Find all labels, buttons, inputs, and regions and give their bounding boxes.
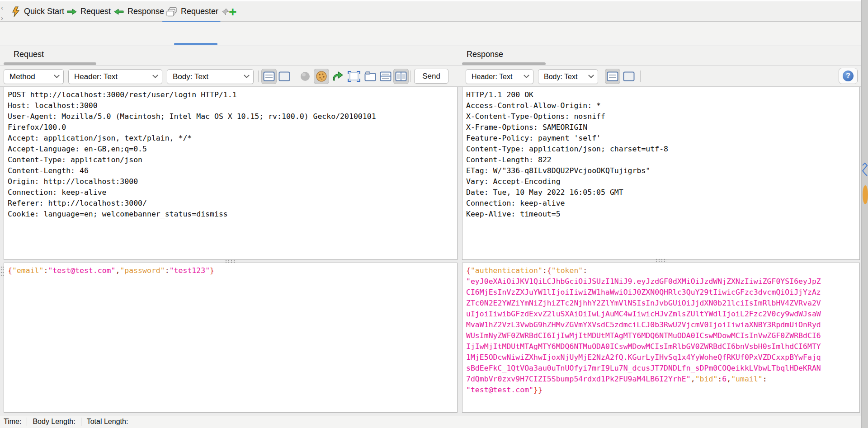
- request-title-underline: [4, 62, 96, 65]
- request-panel-title: Request: [14, 50, 44, 59]
- scroll-left-icon[interactable]: ‹: [1, 4, 8, 11]
- tab-requester[interactable]: Requester: [166, 1, 229, 22]
- headers-pane-icon: [263, 71, 275, 81]
- green-redo-arrow-icon: [331, 71, 344, 82]
- arrow-right-icon: [67, 8, 77, 15]
- window-columns-icon: [395, 71, 407, 81]
- status-separator: [81, 418, 81, 426]
- response-body-view[interactable]: {"authentication":{"token":"eyJ0eXAiOiJK…: [462, 263, 860, 413]
- body-pane-icon: [623, 71, 635, 81]
- orange-marker-icon: [862, 184, 868, 205]
- redirect-follow-button[interactable]: [330, 69, 345, 84]
- layout-side-by-side-button[interactable]: [393, 69, 409, 84]
- scroll-right-icon[interactable]: ›: [1, 14, 8, 21]
- method-dropdown[interactable]: Method: [4, 69, 64, 84]
- arrow-left-icon: [114, 8, 124, 15]
- toolbar-separator: [640, 71, 641, 82]
- plus-icon: +: [229, 5, 237, 19]
- toolbar-separator: [295, 71, 295, 82]
- response-header-format-dropdown[interactable]: Header: Text: [466, 69, 533, 84]
- tab-scroll-arrows[interactable]: ‹ ›: [1, 4, 8, 21]
- blue-squiggle-icon: [862, 162, 868, 180]
- cookies-button[interactable]: [314, 69, 329, 84]
- body-pane-icon: [278, 71, 290, 81]
- toggle-request-body-button[interactable]: [277, 69, 292, 84]
- response-title-underline: [462, 62, 546, 65]
- layout-stacked-panes-button[interactable]: [378, 69, 393, 84]
- response-splitter-handle[interactable]: [655, 259, 667, 262]
- response-body-format-dropdown[interactable]: Body: Text: [538, 69, 598, 84]
- panel-title-row: [0, 46, 868, 66]
- chevron-down-icon: [244, 72, 250, 78]
- lightning-icon: [11, 6, 20, 17]
- add-app-tab-button[interactable]: +: [229, 1, 237, 22]
- help-icon: ?: [843, 71, 854, 81]
- status-separator: [27, 418, 27, 426]
- help-button[interactable]: ?: [839, 68, 858, 84]
- request-body-format-value: Body: Text: [173, 72, 208, 81]
- response-body-format-value: Body: Text: [544, 73, 577, 81]
- tab-request-label: Request: [80, 7, 111, 16]
- send-button[interactable]: Send: [414, 69, 448, 84]
- window-stack-icon: [166, 7, 177, 17]
- active-session-tab-indicator: [174, 43, 217, 45]
- toggle-request-headers-button[interactable]: [261, 69, 277, 84]
- browser-edge-strip: [861, 0, 868, 428]
- request-body-editor[interactable]: {"email":"test@test.com","password":"tes…: [4, 263, 458, 413]
- tab-quick-start[interactable]: Quick Start: [11, 1, 64, 22]
- request-header-format-value: Header: Text: [74, 72, 118, 81]
- layout-single-pane-button[interactable]: [363, 69, 378, 84]
- time-label: Time:: [0, 418, 21, 426]
- tab-response-label: Response: [127, 7, 164, 16]
- headers-pane-icon: [607, 71, 618, 81]
- tab-request[interactable]: Request: [67, 1, 111, 22]
- cookie-icon: [316, 71, 327, 82]
- response-headers-view[interactable]: HTTP/1.1 200 OK Access-Control-Allow-Ori…: [462, 87, 860, 260]
- send-button-label: Send: [422, 72, 440, 81]
- toolbar-separator: [410, 71, 411, 82]
- gray-sphere-icon: [300, 71, 311, 82]
- chevron-down-icon: [152, 72, 158, 78]
- status-bar: Time: Body Length: Total Length:: [0, 415, 868, 428]
- tab-response[interactable]: Response: [114, 1, 164, 22]
- toolbar-separator: [258, 71, 259, 82]
- tab-quick-start-label: Quick Start: [24, 7, 64, 16]
- fullscreen-editor-button[interactable]: [346, 69, 362, 84]
- pin-icon[interactable]: [222, 8, 229, 15]
- response-panel-title: Response: [467, 50, 503, 59]
- session-tab-bar: 1 × homepage × whoamii unauth × login × …: [0, 22, 868, 45]
- app-tab-bar: ‹ › Quick Start Request Response Request…: [0, 0, 868, 22]
- total-length-label: Total Length:: [87, 418, 128, 426]
- tab-requester-label: Requester: [181, 7, 218, 16]
- toggle-response-body-button[interactable]: [621, 69, 637, 84]
- response-header-format-value: Header: Text: [472, 73, 512, 81]
- left-edge-splitter-handle[interactable]: [0, 266, 4, 276]
- request-headers-editor[interactable]: POST http://localhost:3000/rest/user/log…: [4, 87, 458, 260]
- chevron-down-icon: [54, 72, 60, 78]
- privacy-ball-button[interactable]: [297, 69, 313, 84]
- request-header-format-dropdown[interactable]: Header: Text: [68, 69, 162, 84]
- method-dropdown-value: Method: [9, 72, 35, 81]
- chevron-down-icon: [524, 72, 529, 78]
- request-splitter-handle[interactable]: [225, 259, 236, 263]
- request-body-format-dropdown[interactable]: Body: Text: [167, 69, 254, 84]
- window-tab-icon: [364, 71, 376, 81]
- chevron-down-icon: [588, 72, 594, 78]
- body-length-label: Body Length:: [33, 418, 75, 426]
- toggle-response-headers-button[interactable]: [605, 69, 620, 84]
- expand-frame-icon: [348, 71, 360, 82]
- window-rows-icon: [380, 71, 392, 81]
